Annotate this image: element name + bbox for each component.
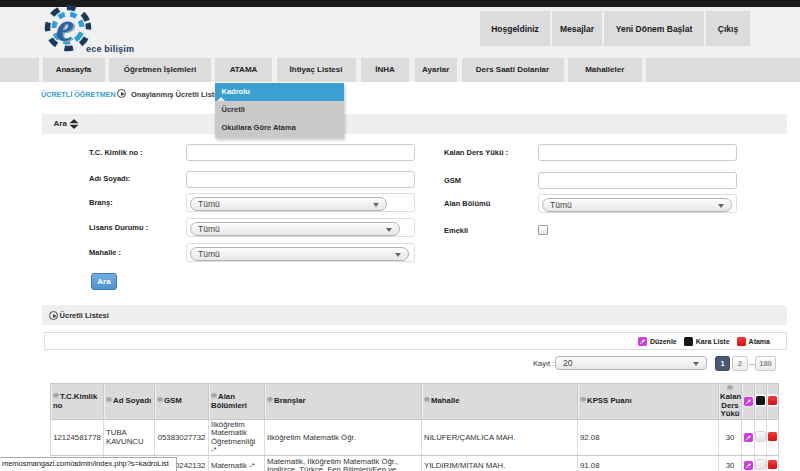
svg-text:e: e xyxy=(56,5,74,50)
